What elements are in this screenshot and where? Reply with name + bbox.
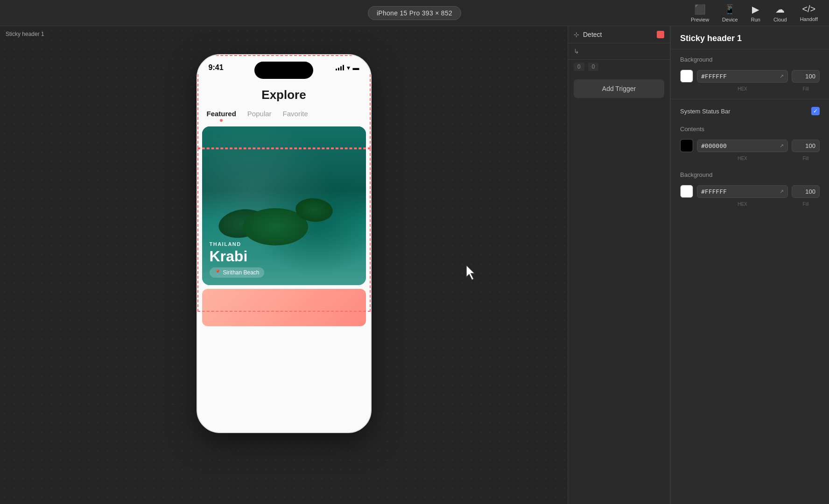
nums-row: 0 0 bbox=[568, 60, 670, 74]
right-panel: Sticky header 1 Background #FFFFFF ↗ 100… bbox=[670, 26, 829, 504]
system-status-checkbox[interactable]: ✓ bbox=[811, 107, 820, 115]
background2-hex-text: #FFFFFF bbox=[701, 188, 727, 195]
contents-fill-input[interactable]: 100 bbox=[792, 140, 820, 152]
background-hex-link-icon[interactable]: ↗ bbox=[780, 73, 784, 79]
contents-hex-text: #000000 bbox=[701, 142, 727, 149]
background-color-swatch[interactable] bbox=[680, 70, 693, 83]
contents-hex-link-icon[interactable]: ↗ bbox=[780, 143, 784, 149]
background-hex-text: #FFFFFF bbox=[701, 73, 727, 80]
signal-bar-2 bbox=[338, 68, 339, 70]
location-pin-icon: 📍 bbox=[214, 269, 221, 276]
run-button[interactable]: ▶ Run bbox=[751, 4, 760, 22]
toolbar: iPhone 15 Pro 393 × 852 ⬛ Preview 📱 Devi… bbox=[0, 0, 829, 26]
handoff-button[interactable]: </> Handoff bbox=[800, 4, 818, 22]
tab-favorite[interactable]: Favorite bbox=[283, 110, 308, 121]
device-icon: 📱 bbox=[724, 4, 736, 15]
preview-icon: ⬛ bbox=[694, 4, 706, 15]
cloud-label: Cloud bbox=[773, 17, 787, 22]
background-fill-label: Fill bbox=[792, 86, 820, 91]
status-time: 9:41 bbox=[209, 63, 224, 72]
background-sub-labels: HEX Fill bbox=[671, 85, 829, 95]
device-label[interactable]: iPhone 15 Pro 393 × 852 bbox=[368, 6, 461, 20]
contents-fill-label: Fill bbox=[792, 156, 820, 161]
card-location-text: Sirithan Beach bbox=[223, 269, 260, 276]
num-badge-1: 0 bbox=[574, 63, 584, 71]
contents-section-header: Contents bbox=[671, 119, 829, 136]
background-hex-label: HEX bbox=[697, 86, 788, 91]
signal-bars bbox=[336, 65, 344, 70]
card-location: 📍 Sirithan Beach bbox=[210, 267, 264, 278]
handoff-label: Handoff bbox=[800, 16, 818, 22]
right-panel-title: Sticky header 1 bbox=[671, 26, 829, 49]
explore-title: Explore bbox=[207, 88, 361, 102]
battery-icon: ▬ bbox=[353, 64, 359, 71]
toolbar-right: ⬛ Preview 📱 Device ▶ Run ☁ Cloud </> Han… bbox=[691, 4, 818, 22]
cloud-icon: ☁ bbox=[775, 4, 785, 15]
contents-hex-label: HEX bbox=[697, 156, 788, 161]
run-icon: ▶ bbox=[752, 4, 759, 15]
system-status-row: System Status Bar ✓ bbox=[671, 103, 829, 119]
contents-sub-labels: HEX Fill bbox=[671, 155, 829, 165]
canvas-area[interactable]: Sticky header 1 9:41 ▾ bbox=[0, 26, 568, 504]
main-area: Sticky header 1 9:41 ▾ bbox=[0, 26, 829, 504]
num-badge-2: 0 bbox=[588, 63, 599, 71]
tab-bar: Featured Popular Favorite bbox=[207, 110, 361, 126]
add-trigger-button[interactable]: Add Trigger bbox=[574, 79, 664, 98]
card-info: THAILAND Krabi 📍 Sirithan Beach bbox=[210, 241, 358, 278]
cursor bbox=[464, 264, 479, 283]
background2-color-row: #FFFFFF ↗ 100 bbox=[671, 182, 829, 201]
tab-popular[interactable]: Popular bbox=[247, 110, 272, 121]
detect-sub-icon: ↳ bbox=[574, 48, 579, 55]
background2-fill-label: Fill bbox=[792, 202, 820, 207]
background2-color-swatch[interactable] bbox=[680, 185, 693, 198]
system-status-label: System Status Bar bbox=[680, 108, 731, 115]
phone-frame: 9:41 ▾ ▬ Explore bbox=[197, 54, 372, 433]
cloud-button[interactable]: ☁ Cloud bbox=[773, 4, 787, 22]
background-section-header: Background bbox=[671, 49, 829, 67]
signal-bar-4 bbox=[343, 65, 344, 70]
detect-title: Detect bbox=[583, 31, 602, 38]
contents-color-row: #000000 ↗ 100 bbox=[671, 136, 829, 155]
card-thumbnail bbox=[202, 289, 366, 326]
background-fill-input[interactable]: 100 bbox=[792, 70, 820, 83]
phone-header: Explore Featured Popular Favorite bbox=[197, 80, 371, 126]
signal-bar-1 bbox=[336, 69, 337, 70]
canvas-label: Sticky header 1 bbox=[6, 31, 44, 37]
background2-section-header: Background bbox=[671, 165, 829, 182]
divider-1 bbox=[671, 99, 829, 99]
wifi-icon: ▾ bbox=[347, 64, 350, 71]
run-label: Run bbox=[751, 17, 760, 22]
background-hex-input[interactable]: #FFFFFF ↗ bbox=[697, 70, 788, 83]
preview-button[interactable]: ⬛ Preview bbox=[691, 4, 709, 22]
signal-bar-3 bbox=[340, 66, 342, 70]
preview-label: Preview bbox=[691, 17, 709, 22]
device-button[interactable]: 📱 Device bbox=[722, 4, 738, 22]
detect-sub: ↳ bbox=[568, 43, 670, 60]
tab-featured[interactable]: Featured bbox=[207, 110, 236, 121]
dynamic-island bbox=[254, 62, 313, 79]
background2-hex-input[interactable]: #FFFFFF ↗ bbox=[697, 185, 788, 198]
card-city: Krabi bbox=[210, 249, 358, 264]
contents-hex-input[interactable]: #000000 ↗ bbox=[697, 140, 788, 152]
status-icons: ▾ ▬ bbox=[336, 64, 359, 71]
device-label-btn: Device bbox=[722, 17, 738, 22]
detect-close-button[interactable] bbox=[657, 31, 664, 38]
tab-indicator bbox=[220, 119, 223, 122]
detect-icon: ⊹ bbox=[574, 31, 579, 38]
background2-hex-label: HEX bbox=[697, 202, 788, 207]
background2-fill-input[interactable]: 100 bbox=[792, 185, 820, 198]
background2-hex-link-icon[interactable]: ↗ bbox=[780, 189, 784, 195]
card-image: THAILAND Krabi 📍 Sirithan Beach bbox=[202, 126, 366, 285]
detect-header: ⊹ Detect bbox=[568, 26, 670, 43]
phone-container: 9:41 ▾ ▬ Explore bbox=[197, 54, 372, 433]
detect-left: ⊹ Detect bbox=[574, 31, 602, 38]
background-color-row: #FFFFFF ↗ 100 bbox=[671, 67, 829, 85]
contents-color-swatch[interactable] bbox=[680, 139, 693, 152]
middle-panel: ⊹ Detect ↳ 0 0 Add Trigger bbox=[568, 26, 670, 504]
card-country: THAILAND bbox=[210, 241, 358, 247]
handoff-icon: </> bbox=[802, 4, 815, 14]
background2-sub-labels: HEX Fill bbox=[671, 201, 829, 210]
